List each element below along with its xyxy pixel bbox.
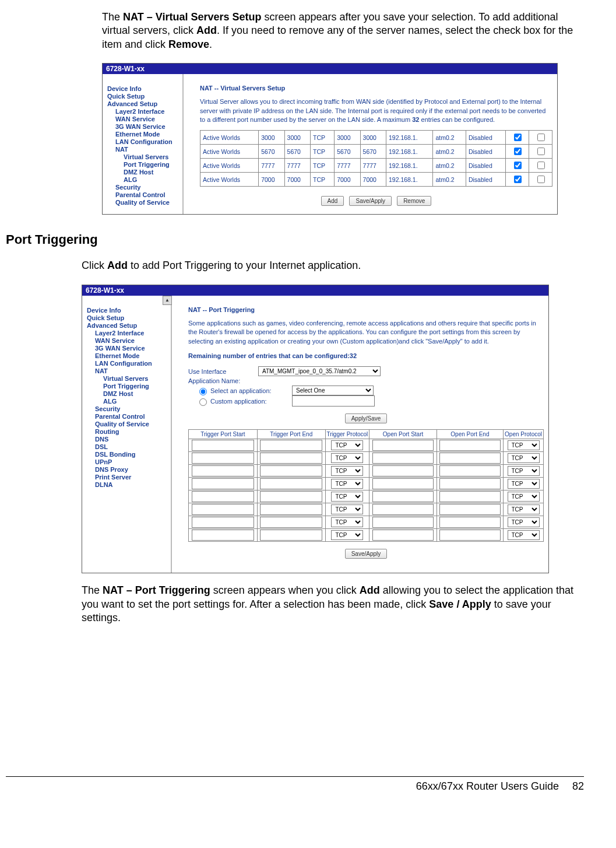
sidebar-item[interactable]: Layer2 Interface xyxy=(95,330,168,337)
port-input[interactable] xyxy=(372,504,434,515)
save-apply-button[interactable]: Save/Apply xyxy=(345,549,388,559)
port-input[interactable] xyxy=(439,453,500,464)
save-apply-button[interactable]: Save/Apply xyxy=(349,196,392,206)
sidebar-item[interactable]: Virtual Servers xyxy=(103,375,168,382)
port-input[interactable] xyxy=(260,491,322,502)
sidebar-item[interactable]: DNS xyxy=(95,436,168,443)
row-checkbox-remove[interactable] xyxy=(537,176,545,183)
sidebar-item[interactable]: Security xyxy=(115,184,180,191)
sidebar-item[interactable]: 3G WAN Service xyxy=(95,345,168,352)
row-checkbox-enabled[interactable] xyxy=(514,134,522,141)
trigger-protocol-select[interactable]: TCP xyxy=(331,517,363,527)
sidebar-item[interactable]: Quick Setup xyxy=(87,314,168,321)
sidebar-item[interactable]: Port Triggering xyxy=(124,161,180,168)
port-input[interactable] xyxy=(372,530,434,541)
sidebar-item[interactable]: Virtual Servers xyxy=(124,153,180,160)
port-input[interactable] xyxy=(439,440,500,451)
use-interface-select[interactable]: ATM_MGMT_ipoe_0_0_35.7/atm0.2 xyxy=(258,366,381,376)
port-input[interactable] xyxy=(192,440,255,451)
open-protocol-select[interactable]: TCP xyxy=(508,517,540,527)
add-button[interactable]: Add xyxy=(321,196,344,206)
port-input[interactable] xyxy=(260,530,322,541)
port-input[interactable] xyxy=(439,504,500,515)
port-input[interactable] xyxy=(372,440,434,451)
sidebar-item[interactable]: DSL xyxy=(95,443,168,450)
scroll-up-icon[interactable]: ▲ xyxy=(163,296,172,305)
sidebar-item[interactable]: Quick Setup xyxy=(107,93,180,100)
sidebar-item[interactable]: WAN Service xyxy=(95,337,168,344)
row-checkbox-remove[interactable] xyxy=(537,134,545,141)
sidebar-item[interactable]: Parental Control xyxy=(95,413,168,420)
sidebar-item[interactable]: Quality of Service xyxy=(95,421,168,427)
port-input[interactable] xyxy=(192,453,255,464)
port-input[interactable] xyxy=(372,491,434,502)
sidebar-item[interactable]: Device Info xyxy=(107,85,180,92)
sidebar-item[interactable]: Device Info xyxy=(87,307,168,314)
row-checkbox-remove[interactable] xyxy=(537,162,545,169)
sidebar-item[interactable]: DMZ Host xyxy=(103,390,168,397)
sidebar-item[interactable]: NAT xyxy=(115,146,180,153)
sidebar-item[interactable]: Layer2 Interface xyxy=(115,108,180,115)
trigger-protocol-select[interactable]: TCP xyxy=(331,530,363,540)
sidebar-item[interactable]: Security xyxy=(95,405,168,412)
port-input[interactable] xyxy=(192,530,255,541)
port-input[interactable] xyxy=(372,465,434,476)
port-input[interactable] xyxy=(192,478,255,489)
port-input[interactable] xyxy=(439,465,500,476)
sidebar-item[interactable]: WAN Service xyxy=(115,115,180,122)
trigger-protocol-select[interactable]: TCP xyxy=(331,453,363,463)
port-input[interactable] xyxy=(260,465,322,476)
sidebar-item[interactable]: Parental Control xyxy=(115,191,180,198)
open-protocol-select[interactable]: TCP xyxy=(508,479,540,489)
radio-custom-application[interactable] xyxy=(199,398,207,406)
open-protocol-select[interactable]: TCP xyxy=(508,453,540,463)
sidebar-item[interactable]: DLNA xyxy=(95,481,168,488)
port-input[interactable] xyxy=(372,478,434,489)
radio-select-application[interactable] xyxy=(199,388,207,395)
select-application-dropdown[interactable]: Select One xyxy=(292,386,374,395)
open-protocol-select[interactable]: TCP xyxy=(508,466,540,476)
trigger-protocol-select[interactable]: TCP xyxy=(331,492,363,502)
port-input[interactable] xyxy=(192,491,255,502)
open-protocol-select[interactable]: TCP xyxy=(508,530,540,540)
port-input[interactable] xyxy=(439,530,500,541)
sidebar-item[interactable]: LAN Configuration xyxy=(95,360,168,367)
sidebar-item[interactable]: UPnP xyxy=(95,458,168,465)
port-input[interactable] xyxy=(260,453,322,464)
row-checkbox-enabled[interactable] xyxy=(514,148,522,155)
sidebar-item[interactable]: Port Triggering xyxy=(103,383,168,390)
sidebar-item[interactable]: Advanced Setup xyxy=(87,322,168,329)
port-input[interactable] xyxy=(260,478,322,489)
row-checkbox-enabled[interactable] xyxy=(514,176,522,183)
trigger-protocol-select[interactable]: TCP xyxy=(331,504,363,514)
sidebar-item[interactable]: 3G WAN Service xyxy=(115,123,180,130)
port-input[interactable] xyxy=(439,478,500,489)
port-input[interactable] xyxy=(372,517,434,528)
row-checkbox-enabled[interactable] xyxy=(514,162,522,169)
sidebar-item[interactable]: Routing xyxy=(95,428,168,435)
sidebar-item[interactable]: DNS Proxy xyxy=(95,466,168,473)
trigger-protocol-select[interactable]: TCP xyxy=(331,479,363,489)
port-input[interactable] xyxy=(439,491,500,502)
port-input[interactable] xyxy=(192,504,255,515)
port-input[interactable] xyxy=(260,440,322,451)
port-input[interactable] xyxy=(260,504,322,515)
sidebar-item[interactable]: Advanced Setup xyxy=(107,100,180,107)
row-checkbox-remove[interactable] xyxy=(537,148,545,155)
open-protocol-select[interactable]: TCP xyxy=(508,440,540,450)
custom-application-input[interactable] xyxy=(292,395,375,407)
port-input[interactable] xyxy=(372,453,434,464)
sidebar-item[interactable]: DSL Bonding xyxy=(95,451,168,458)
port-input[interactable] xyxy=(439,517,500,528)
remove-button[interactable]: Remove xyxy=(397,196,431,206)
port-input[interactable] xyxy=(192,465,255,476)
trigger-protocol-select[interactable]: TCP xyxy=(331,466,363,476)
open-protocol-select[interactable]: TCP xyxy=(508,504,540,514)
sidebar-item[interactable]: LAN Configuration xyxy=(115,138,180,145)
trigger-protocol-select[interactable]: TCP xyxy=(331,440,363,450)
sidebar-item[interactable]: Ethernet Mode xyxy=(95,352,168,359)
port-input[interactable] xyxy=(192,517,255,528)
open-protocol-select[interactable]: TCP xyxy=(508,492,540,502)
sidebar-item[interactable]: Ethernet Mode xyxy=(115,131,180,138)
sidebar-item[interactable]: Quality of Service xyxy=(115,199,180,206)
